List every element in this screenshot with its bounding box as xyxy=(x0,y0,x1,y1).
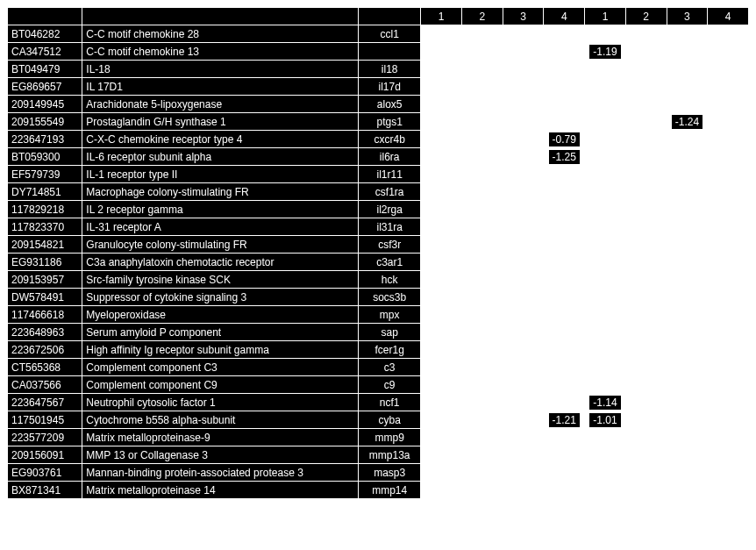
cell-value xyxy=(503,25,544,43)
cell-gene: csf3r xyxy=(359,236,421,254)
cell-value xyxy=(667,341,708,359)
cell-value xyxy=(421,482,462,499)
cell-value xyxy=(503,289,544,306)
cell-id: 223672506 xyxy=(8,341,82,359)
cell-gene: c3ar1 xyxy=(359,254,421,271)
cell-value xyxy=(544,306,585,324)
cell-value xyxy=(585,25,626,43)
table-row: 223647567Neutrophil cytosolic factor 1nc… xyxy=(8,394,749,411)
cell-value xyxy=(544,376,585,394)
cell-value xyxy=(461,482,503,499)
cell-value xyxy=(667,446,708,464)
cell-protein-name: Complement component C9 xyxy=(82,376,359,394)
cell-value xyxy=(625,166,667,183)
cell-value xyxy=(708,289,749,306)
cell-value xyxy=(503,429,544,446)
cell-value xyxy=(461,201,503,218)
cell-value xyxy=(625,113,667,131)
cell-value xyxy=(625,61,667,78)
cell-value xyxy=(625,429,667,446)
cell-value xyxy=(503,61,544,78)
cell-value xyxy=(708,394,749,411)
table-row: CA347512C-C motif chemokine 13-1.19 xyxy=(8,43,749,61)
cell-value xyxy=(585,113,626,131)
cell-value xyxy=(585,61,626,78)
cell-value xyxy=(503,394,544,411)
cell-value xyxy=(667,394,708,411)
cell-value xyxy=(544,271,585,289)
cell-id: 209156091 xyxy=(8,446,82,464)
cell-value xyxy=(708,183,749,201)
cell-id: EG931186 xyxy=(8,254,82,271)
cell-gene: fcer1g xyxy=(359,341,421,359)
cell-gene: ptgs1 xyxy=(359,113,421,131)
cell-value xyxy=(667,411,708,429)
cell-gene: cxcr4b xyxy=(359,131,421,148)
cell-value xyxy=(421,236,462,254)
cell-value xyxy=(503,43,544,61)
cell-gene: mmp14 xyxy=(359,482,421,499)
cell-gene: mmp9 xyxy=(359,429,421,446)
cell-protein-name: Myeloperoxidase xyxy=(82,306,359,324)
table-row: 223672506High affinity Ig receptor subun… xyxy=(8,341,749,359)
cell-value xyxy=(461,166,503,183)
cell-value xyxy=(421,376,462,394)
cell-value xyxy=(708,43,749,61)
cell-value xyxy=(461,96,503,113)
cell-protein-name: IL-31 receptor A xyxy=(82,218,359,236)
cell-value xyxy=(503,148,544,166)
table-row: 117823370IL-31 receptor Ail31ra xyxy=(8,218,749,236)
cell-value xyxy=(461,254,503,271)
cell-value xyxy=(708,131,749,148)
cell-value xyxy=(421,78,462,96)
cell-id: EF579739 xyxy=(8,166,82,183)
cell-value xyxy=(461,78,503,96)
cell-value xyxy=(503,464,544,482)
cell-id: 209154821 xyxy=(8,236,82,254)
cell-value xyxy=(667,306,708,324)
cell-value xyxy=(625,394,667,411)
cell-value: -1.24 xyxy=(667,113,708,131)
cell-value xyxy=(708,341,749,359)
cell-value xyxy=(503,183,544,201)
cell-value xyxy=(503,78,544,96)
cell-value xyxy=(667,271,708,289)
cell-value xyxy=(625,324,667,341)
cell-value xyxy=(503,359,544,376)
table-row: 209149945Arachidonate 5-lipoxygenasealox… xyxy=(8,96,749,113)
cell-id: CT565368 xyxy=(8,359,82,376)
cell-value: -1.14 xyxy=(585,394,626,411)
cell-value xyxy=(544,166,585,183)
cell-id: BT049479 xyxy=(8,61,82,78)
cell-value xyxy=(585,289,626,306)
cell-gene: mpx xyxy=(359,306,421,324)
cell-value xyxy=(544,113,585,131)
cell-value xyxy=(461,218,503,236)
cell-protein-name: IL 17D1 xyxy=(82,78,359,96)
header-col-6: 3 xyxy=(667,8,708,25)
cell-value xyxy=(625,148,667,166)
cell-value xyxy=(585,218,626,236)
cell-id: 209153957 xyxy=(8,271,82,289)
cell-value xyxy=(544,201,585,218)
cell-value xyxy=(421,113,462,131)
cell-protein-name: Complement component C3 xyxy=(82,359,359,376)
cell-value xyxy=(708,78,749,96)
cell-value xyxy=(421,306,462,324)
table-header: 12341234 xyxy=(8,8,749,25)
cell-value xyxy=(667,25,708,43)
table-row: 209156091MMP 13 or Collagenase 3mmp13a xyxy=(8,446,749,464)
cell-value xyxy=(461,429,503,446)
cell-id: CA347512 xyxy=(8,43,82,61)
gene-table: 12341234 BT046282C-C motif chemokine 28c… xyxy=(7,7,749,499)
cell-id: BT059300 xyxy=(8,148,82,166)
cell-value xyxy=(585,324,626,341)
cell-value xyxy=(625,289,667,306)
cell-id: BX871341 xyxy=(8,482,82,499)
cell-value xyxy=(461,271,503,289)
cell-value xyxy=(461,376,503,394)
cell-value xyxy=(461,289,503,306)
cell-value xyxy=(503,376,544,394)
cell-value xyxy=(421,271,462,289)
value-box: -1.14 xyxy=(588,395,621,411)
